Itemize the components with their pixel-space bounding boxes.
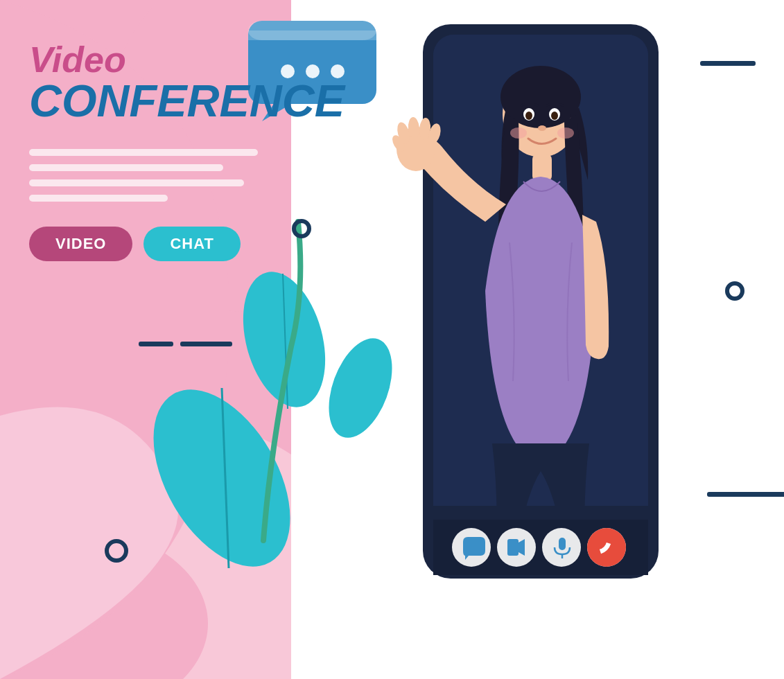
svg-point-26 bbox=[549, 108, 560, 121]
svg-point-8 bbox=[229, 263, 339, 416]
title-conference: CONFERENCE bbox=[29, 78, 345, 123]
svg-rect-51 bbox=[248, 30, 376, 40]
svg-rect-12 bbox=[139, 342, 173, 346]
svg-point-42 bbox=[497, 528, 536, 567]
svg-point-37 bbox=[426, 122, 442, 145]
svg-rect-19 bbox=[423, 24, 659, 579]
svg-rect-46 bbox=[559, 538, 566, 550]
svg-rect-50 bbox=[248, 21, 376, 40]
svg-point-18 bbox=[107, 541, 126, 561]
text-line-1 bbox=[29, 149, 258, 156]
svg-point-4 bbox=[0, 527, 208, 679]
svg-point-24 bbox=[500, 66, 581, 128]
svg-point-29 bbox=[538, 125, 546, 131]
svg-point-16 bbox=[294, 221, 309, 236]
svg-rect-13 bbox=[180, 342, 232, 346]
svg-line-7 bbox=[222, 388, 229, 568]
svg-point-30 bbox=[510, 127, 527, 139]
svg-point-41 bbox=[452, 528, 491, 567]
svg-rect-40 bbox=[433, 520, 648, 575]
svg-point-44 bbox=[587, 528, 626, 567]
scene: Video CONFERENCE VIDEO CHAT bbox=[0, 0, 784, 679]
svg-point-33 bbox=[397, 127, 435, 171]
svg-point-3 bbox=[0, 416, 360, 679]
svg-point-34 bbox=[395, 121, 412, 145]
svg-point-23 bbox=[503, 71, 579, 157]
svg-point-10 bbox=[317, 330, 404, 446]
text-lines bbox=[29, 149, 258, 210]
svg-rect-15 bbox=[733, 492, 784, 497]
svg-point-38 bbox=[390, 133, 407, 154]
svg-rect-11 bbox=[700, 61, 756, 66]
svg-point-17 bbox=[727, 283, 742, 299]
svg-point-36 bbox=[419, 117, 432, 140]
svg-point-31 bbox=[557, 127, 574, 139]
svg-rect-39 bbox=[433, 506, 648, 575]
svg-rect-5 bbox=[291, 0, 784, 679]
text-line-4 bbox=[29, 195, 168, 202]
svg-line-9 bbox=[283, 274, 288, 409]
svg-rect-45 bbox=[507, 539, 519, 556]
svg-point-35 bbox=[408, 116, 421, 139]
text-line-2 bbox=[29, 164, 223, 171]
title-video: Video bbox=[29, 42, 126, 78]
svg-point-6 bbox=[125, 367, 319, 590]
buttons-container: VIDEO CHAT bbox=[29, 227, 241, 261]
svg-rect-14 bbox=[707, 492, 742, 497]
svg-rect-21 bbox=[506, 38, 589, 55]
svg-point-28 bbox=[551, 112, 558, 120]
chat-button[interactable]: CHAT bbox=[143, 227, 240, 261]
video-button[interactable]: VIDEO bbox=[29, 227, 132, 261]
svg-rect-32 bbox=[532, 154, 552, 182]
text-line-3 bbox=[29, 179, 244, 186]
svg-rect-22 bbox=[433, 35, 648, 540]
svg-rect-20 bbox=[433, 35, 648, 540]
svg-point-48 bbox=[587, 528, 626, 567]
svg-point-25 bbox=[523, 108, 534, 121]
svg-point-27 bbox=[525, 112, 532, 120]
svg-point-43 bbox=[542, 528, 581, 567]
